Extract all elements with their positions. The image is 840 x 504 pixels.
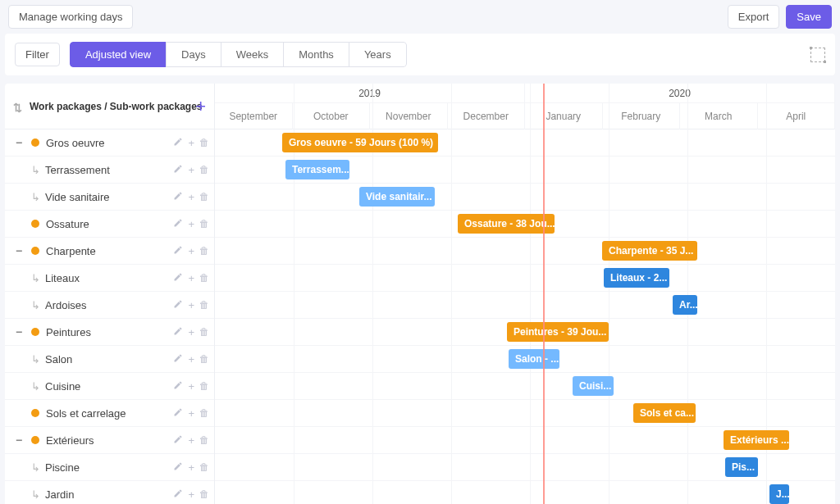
view-months[interactable]: Months [283, 42, 349, 67]
add-sub-icon[interactable]: + [188, 461, 194, 474]
delete-icon[interactable]: 🗑 [199, 326, 209, 338]
gantt-bar[interactable]: Gros oeuvre - 59 Jours (100 %) [282, 133, 438, 152]
gantt-bar[interactable]: Charpente - 35 J... [602, 241, 697, 261]
delete-icon[interactable]: 🗑 [199, 245, 209, 257]
row-label[interactable]: Terrassement [45, 164, 173, 176]
expander[interactable]: − [13, 434, 25, 447]
add-sub-icon[interactable]: + [188, 434, 194, 447]
edit-icon[interactable] [173, 461, 183, 474]
gantt-bar[interactable]: Pis... [725, 457, 758, 477]
expander[interactable]: − [13, 136, 25, 149]
add-sub-icon[interactable]: + [188, 353, 194, 366]
add-sub-icon[interactable]: + [188, 488, 194, 501]
manage-working-days-button[interactable]: Manage working days [8, 5, 133, 29]
edit-icon[interactable] [173, 434, 183, 447]
add-sub-icon[interactable]: + [188, 326, 194, 338]
gantt-bar[interactable]: Liteaux - 2... [604, 268, 669, 288]
view-weeks[interactable]: Weeks [221, 42, 285, 67]
add-work-package-button[interactable]: + [195, 96, 206, 117]
edit-icon[interactable] [173, 380, 183, 393]
row-label[interactable]: Ardoises [45, 299, 173, 311]
row-actions: +🗑 [173, 461, 209, 474]
edit-icon[interactable] [173, 299, 183, 311]
add-sub-icon[interactable]: + [188, 272, 194, 284]
edit-icon[interactable] [173, 137, 183, 149]
edit-icon[interactable] [173, 272, 183, 284]
row-label[interactable]: Cuisine [45, 380, 173, 393]
delete-icon[interactable]: 🗑 [199, 272, 209, 284]
gantt-bar[interactable]: Salon - ... [509, 349, 559, 369]
tree-row: ↳Salon+🗑 [5, 346, 214, 373]
gantt-bar[interactable]: Terrassem... [285, 160, 349, 179]
delete-icon[interactable]: 🗑 [199, 218, 209, 229]
row-label[interactable]: Vide sanitaire [45, 191, 173, 203]
view-years[interactable]: Years [349, 42, 407, 67]
delete-icon[interactable]: 🗑 [199, 191, 209, 202]
filter-button[interactable]: Filter [15, 43, 60, 66]
tree-row: ↳Jardin+🗑 [5, 481, 214, 504]
add-sub-icon[interactable]: + [188, 407, 194, 420]
gantt-bar[interactable]: Peintures - 39 Jou... [507, 322, 609, 342]
edit-icon[interactable] [173, 407, 183, 420]
edit-icon[interactable] [173, 488, 183, 501]
delete-icon[interactable]: 🗑 [199, 137, 209, 148]
row-label[interactable]: Liteaux [45, 272, 173, 284]
delete-icon[interactable]: 🗑 [199, 461, 209, 473]
delete-icon[interactable]: 🗑 [199, 353, 209, 365]
add-sub-icon[interactable]: + [188, 245, 194, 257]
expander[interactable]: − [13, 244, 25, 257]
tree-row: −Gros oeuvre+🗑 [5, 129, 214, 157]
row-actions: +🗑 [173, 218, 209, 230]
tree-row: ↳Vide sanitaire+🗑 [5, 184, 214, 211]
add-sub-icon[interactable]: + [188, 380, 194, 393]
row-label[interactable]: Piscine [45, 461, 173, 474]
edit-icon[interactable] [173, 245, 183, 257]
fit-view-icon[interactable] [810, 48, 825, 62]
gantt-bar[interactable]: Ar... [673, 295, 697, 315]
edit-icon[interactable] [173, 191, 183, 203]
delete-icon[interactable]: 🗑 [199, 380, 209, 392]
edit-icon[interactable] [173, 353, 183, 366]
row-label[interactable]: Peintures [46, 326, 173, 338]
gantt-bar[interactable]: Cuisi... [573, 376, 614, 396]
save-button[interactable]: Save [786, 5, 832, 29]
gantt-bar[interactable]: J... [769, 484, 789, 504]
timeline-row: Liteaux - 2... [215, 265, 835, 292]
delete-icon[interactable]: 🗑 [199, 434, 209, 446]
row-label[interactable]: Charpente [46, 245, 173, 257]
expander[interactable]: − [13, 325, 25, 338]
edit-icon[interactable] [173, 218, 183, 230]
view-days[interactable]: Days [166, 42, 221, 67]
edit-icon[interactable] [173, 164, 183, 176]
view-adjusted[interactable]: Adjusted view [70, 42, 167, 67]
delete-icon[interactable]: 🗑 [199, 164, 209, 175]
reorder-icon[interactable] [13, 102, 25, 111]
status-dot [31, 247, 39, 255]
row-label[interactable]: Jardin [45, 488, 173, 501]
row-label[interactable]: Extérieurs [46, 434, 173, 447]
gantt-bar[interactable]: Vide sanitair... [359, 187, 435, 207]
row-label[interactable]: Sols et carrelage [46, 407, 173, 420]
add-sub-icon[interactable]: + [188, 299, 194, 311]
row-actions: +🗑 [173, 488, 209, 501]
edit-icon[interactable] [173, 326, 183, 338]
add-sub-icon[interactable]: + [188, 164, 194, 176]
row-label[interactable]: Gros oeuvre [46, 137, 173, 149]
gantt-bar[interactable]: Ossature - 38 Jou... [458, 214, 555, 234]
row-label[interactable]: Ossature [46, 218, 173, 230]
delete-icon[interactable]: 🗑 [199, 299, 209, 311]
add-sub-icon[interactable]: + [188, 218, 194, 230]
child-arrow-icon: ↳ [31, 272, 40, 284]
gantt-bar[interactable]: Extérieurs ... [724, 430, 789, 450]
row-actions: +🗑 [173, 191, 209, 203]
timeline-row: Salon - ... [215, 346, 835, 373]
child-arrow-icon: ↳ [31, 299, 40, 311]
add-sub-icon[interactable]: + [188, 137, 194, 149]
row-label[interactable]: Salon [45, 353, 173, 366]
export-button[interactable]: Export [728, 5, 780, 29]
delete-icon[interactable]: 🗑 [199, 488, 209, 500]
row-actions: +🗑 [173, 137, 209, 149]
delete-icon[interactable]: 🗑 [199, 407, 209, 419]
add-sub-icon[interactable]: + [188, 191, 194, 203]
gantt-bar[interactable]: Sols et ca... [633, 403, 696, 423]
